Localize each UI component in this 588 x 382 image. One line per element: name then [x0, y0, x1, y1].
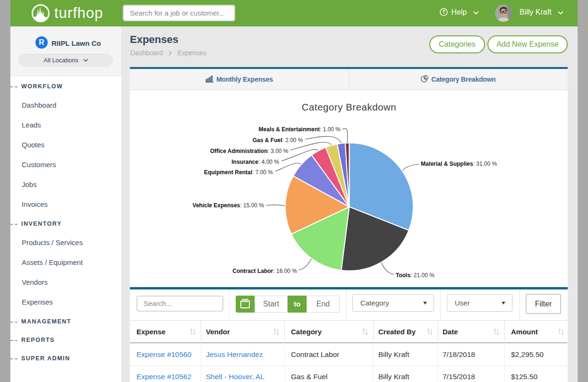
svg-text:Category Breakdown: Category Breakdown	[302, 102, 396, 112]
svg-text:Material & Supplies: 31.00 %: Material & Supplies: 31.00 %	[421, 161, 497, 167]
svg-text:Meals & Entertainment: 1.00 %: Meals & Entertainment: 1.00 %	[259, 126, 341, 133]
svg-text:Tools: 21.00 %: Tools: 21.00 %	[396, 272, 435, 279]
svg-text:Vehicle Expenses: 15.00 %: Vehicle Expenses: 15.00 %	[193, 202, 264, 209]
svg-text:?: ?	[442, 9, 445, 15]
svg-text:Office Administration: 3.00 %: Office Administration: 3.00 %	[210, 148, 289, 154]
svg-text:Gas & Fuel: 2.00 %: Gas & Fuel: 2.00 %	[253, 137, 303, 144]
svg-text:Insurance: 4.00 %: Insurance: 4.00 %	[231, 159, 279, 165]
svg-text:Contract Labor: 16.00 %: Contract Labor: 16.00 %	[232, 268, 297, 274]
svg-text:Equipment Rental: 7.00 %: Equipment Rental: 7.00 %	[204, 169, 273, 176]
